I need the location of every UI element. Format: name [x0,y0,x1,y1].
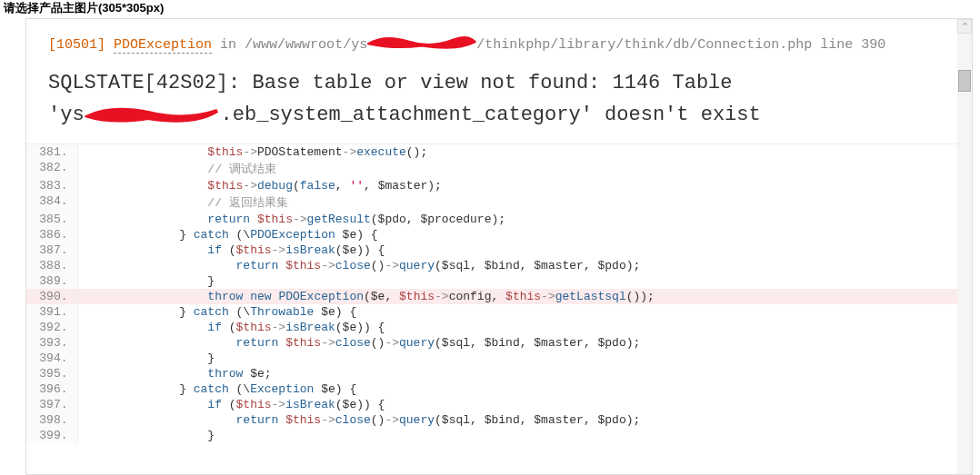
error-message-line1: SQLSTATE[42S02]: Base table or view not … [48,67,950,99]
code-line: 382. // 调试结束 [26,160,972,178]
code-line: 398. return $this->close()->query($sql, … [26,412,972,428]
code-line: 389. } [26,273,972,289]
error-code: [10501] [48,37,105,53]
code-content: } [77,428,972,443]
redaction-mark-2 [85,104,221,126]
error-message-line2: 'ys.eb_system_attachment_category' doesn… [48,99,950,131]
code-content: return $this->close()->query($sql, $bind… [77,258,972,273]
line-number: 391. [26,304,77,320]
code-content: } [77,273,972,289]
line-number: 382. [26,160,77,178]
error-panel: ⌃ [10501] PDOException in /www/wwwroot/y… [25,18,973,475]
code-content: // 调试结束 [77,160,972,178]
code-line: 385. return $this->getResult($pdo, $proc… [26,212,972,227]
line-number: 384. [26,193,77,212]
code-line: 399. } [26,428,972,443]
code-line: 381. $this->PDOStatement->execute(); [26,144,972,160]
code-content: // 返回结果集 [77,193,972,212]
code-line: 383. $this->debug(false, '', $master); [26,178,972,193]
line-number: 383. [26,178,77,193]
error-in: in [220,37,236,53]
code-content: $this->debug(false, '', $master); [77,178,972,193]
scroll-thumb[interactable] [958,70,971,92]
code-content: if ($this->isBreak($e)) { [77,397,972,412]
error-class[interactable]: PDOException [114,37,212,54]
line-number: 394. [26,351,77,366]
line-number: 388. [26,258,77,273]
error-line-label: line 390 [820,37,885,53]
line-number: 395. [26,366,77,381]
code-line: 387. if ($this->isBreak($e)) { [26,242,972,258]
code-line: 386. } catch (\PDOException $e) { [26,227,972,242]
code-content: if ($this->isBreak($e)) { [77,320,972,335]
code-line: 393. return $this->close()->query($sql, … [26,335,972,351]
code-content: return $this->getResult($pdo, $procedure… [77,212,972,227]
error-header: [10501] PDOException in /www/wwwroot/ys/… [26,19,972,64]
error-path-post: /thinkphp/library/think/db/Connection.ph… [476,37,812,53]
code-line: 384. // 返回结果集 [26,193,972,212]
code-table: 381. $this->PDOStatement->execute();382.… [26,144,972,443]
code-content: throw $e; [77,366,972,381]
line-number: 396. [26,381,77,397]
code-line: 392. if ($this->isBreak($e)) { [26,320,972,335]
line-number: 387. [26,242,77,258]
redaction-mark-1 [367,32,476,54]
code-line: 396. } catch (\Exception $e) { [26,381,972,397]
scroll-up-button[interactable]: ⌃ [957,19,972,34]
page-top-label: 请选择产品主图片(305*305px) [0,0,980,18]
code-content: } catch (\PDOException $e) { [77,227,972,242]
line-number: 397. [26,397,77,412]
code-line: 394. } [26,351,972,366]
line-number: 398. [26,412,77,428]
line-number: 386. [26,227,77,242]
code-line: 397. if ($this->isBreak($e)) { [26,397,972,412]
line-number: 393. [26,335,77,351]
error-message-line2-pre: 'ys [48,104,85,126]
line-number: 390. [26,289,77,304]
code-line: 388. return $this->close()->query($sql, … [26,258,972,273]
line-number: 381. [26,144,77,160]
code-line: 395. throw $e; [26,366,972,381]
line-number: 389. [26,273,77,289]
line-number: 392. [26,320,77,335]
code-content: return $this->close()->query($sql, $bind… [77,412,972,428]
code-line: 391. } catch (\Throwable $e) { [26,304,972,320]
line-number: 385. [26,212,77,227]
code-block: 381. $this->PDOStatement->execute();382.… [26,143,972,443]
code-line: 390. throw new PDOException($e, $this->c… [26,289,972,304]
line-number: 399. [26,428,77,443]
code-content: $this->PDOStatement->execute(); [77,144,972,160]
error-message: SQLSTATE[42S02]: Base table or view not … [26,64,972,143]
code-content: return $this->close()->query($sql, $bind… [77,335,972,351]
code-content: } catch (\Exception $e) { [77,381,972,397]
code-content: throw new PDOException($e, $this->config… [77,289,972,304]
code-content: } catch (\Throwable $e) { [77,304,972,320]
scroll-track[interactable] [957,34,972,474]
error-summary: [10501] PDOException in /www/wwwroot/ys/… [48,34,950,56]
code-content: } [77,351,972,366]
code-content: if ($this->isBreak($e)) { [77,242,972,258]
error-path-pre: /www/wwwroot/ys [245,37,367,53]
error-message-line2-post: .eb_system_attachment_category' doesn't … [221,104,761,126]
